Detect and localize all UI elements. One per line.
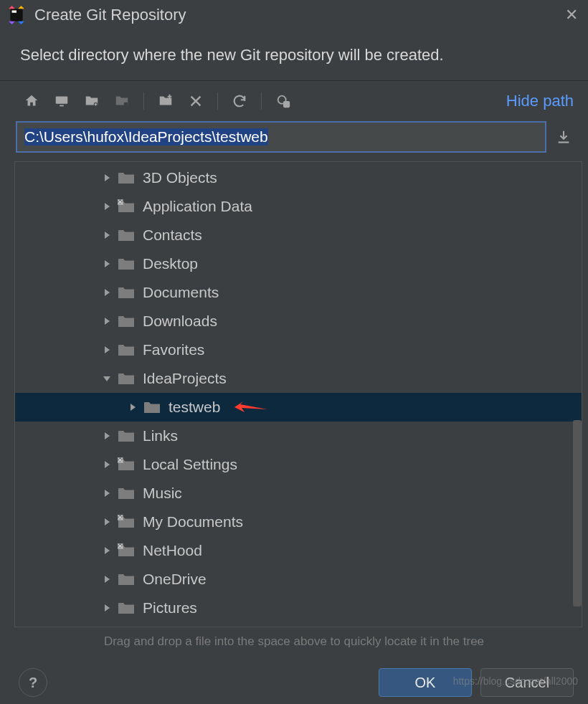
tree-node[interactable]: testweb xyxy=(15,393,582,422)
folder-icon xyxy=(115,457,137,472)
dialog-title: Create Git Repository xyxy=(34,6,565,24)
tree-node[interactable]: Downloads xyxy=(15,307,582,336)
tree-node-label: Pictures xyxy=(143,599,197,617)
folder-icon xyxy=(141,400,163,414)
folder-icon xyxy=(115,543,137,558)
tree-node-label: My Documents xyxy=(143,513,243,531)
svg-rect-1 xyxy=(12,11,17,13)
svg-rect-5 xyxy=(124,103,128,107)
cancel-button[interactable]: Cancel xyxy=(480,668,574,697)
tree-node-label: NetHood xyxy=(143,542,202,559)
tree-node[interactable]: Local Settings xyxy=(15,450,582,479)
path-input[interactable] xyxy=(16,121,546,153)
expand-arrow-icon[interactable] xyxy=(98,260,115,268)
app-icon xyxy=(7,6,26,24)
tree-node-label: OneDrive xyxy=(143,571,207,588)
folder-icon xyxy=(115,171,137,185)
titlebar: Create Git Repository ✕ xyxy=(0,0,588,32)
tree-node-label: Contacts xyxy=(143,227,202,244)
svg-rect-7 xyxy=(284,102,289,107)
folder-icon xyxy=(115,572,137,586)
tree-node[interactable]: Desktop xyxy=(15,249,582,278)
save-path-icon[interactable] xyxy=(554,129,574,145)
tree-node[interactable]: Application Data xyxy=(15,192,582,221)
dialog-subtitle: Select directory where the new Git repos… xyxy=(0,32,588,80)
toolbar-separator xyxy=(217,92,218,110)
footer: ? OK Cancel xyxy=(0,661,588,704)
tree-node[interactable]: NetHood xyxy=(15,536,582,565)
tree-node-label: Application Data xyxy=(143,198,252,215)
tree-node[interactable]: IdeaProjects xyxy=(15,364,582,393)
project-folder-icon[interactable] xyxy=(80,90,103,113)
tree-node-label: Music xyxy=(143,485,182,502)
folder-icon xyxy=(115,515,137,529)
tree-node[interactable]: Contacts xyxy=(15,221,582,249)
folder-icon xyxy=(115,228,137,242)
folder-icon xyxy=(115,601,137,615)
expand-arrow-icon[interactable] xyxy=(98,575,115,584)
folder-icon xyxy=(115,314,137,328)
folder-icon xyxy=(115,371,137,386)
tree-node-label: Downloads xyxy=(143,313,217,330)
folder-icon xyxy=(115,257,137,271)
toolbar-separator xyxy=(143,92,144,110)
tree-node[interactable]: Links xyxy=(15,422,582,450)
expand-arrow-icon[interactable] xyxy=(98,231,115,239)
tree-node[interactable]: Pictures xyxy=(15,594,582,622)
expand-arrow-icon[interactable] xyxy=(98,346,115,354)
tree-node[interactable]: Documents xyxy=(15,278,582,307)
expand-arrow-icon[interactable] xyxy=(98,604,115,612)
expand-arrow-icon[interactable] xyxy=(98,489,115,498)
expand-arrow-icon[interactable] xyxy=(98,518,115,526)
ok-button[interactable]: OK xyxy=(379,668,472,697)
tree-node-label: Links xyxy=(143,427,178,444)
new-folder-icon[interactable] xyxy=(154,90,177,113)
folder-icon xyxy=(115,486,137,500)
tree-node-label: Documents xyxy=(143,284,219,301)
toolbar-separator xyxy=(261,92,262,110)
desktop-icon[interactable] xyxy=(50,90,73,113)
tree-node-label: 3D Objects xyxy=(143,169,217,186)
toolbar: Hide path xyxy=(0,81,588,118)
tree-node-label: Desktop xyxy=(143,255,198,272)
expand-arrow-icon[interactable] xyxy=(98,460,115,469)
tree-node-label: IdeaProjects xyxy=(143,370,227,387)
folder-icon xyxy=(115,199,137,214)
hide-path-link[interactable]: Hide path xyxy=(506,92,574,110)
annotation-arrow-icon xyxy=(234,401,267,413)
expand-arrow-icon[interactable] xyxy=(98,173,115,182)
path-row xyxy=(0,118,588,157)
expand-arrow-icon[interactable] xyxy=(124,403,141,412)
tree-node[interactable]: Favorites xyxy=(15,336,582,364)
folder-icon xyxy=(115,285,137,300)
tree-node-label: testweb xyxy=(169,399,220,416)
svg-rect-3 xyxy=(60,105,64,107)
folder-icon xyxy=(115,429,137,443)
expand-arrow-icon[interactable] xyxy=(98,202,115,211)
expand-arrow-icon[interactable] xyxy=(98,374,115,383)
expand-arrow-icon[interactable] xyxy=(98,432,115,440)
directory-tree[interactable]: 3D ObjectsApplication DataContactsDeskto… xyxy=(14,161,582,627)
tree-node-label: Local Settings xyxy=(143,456,237,473)
dragdrop-hint: Drag and drop a file into the space abov… xyxy=(0,627,588,660)
tree-node[interactable]: 3D Objects xyxy=(15,163,582,192)
show-hidden-icon[interactable] xyxy=(272,90,295,113)
help-button[interactable]: ? xyxy=(19,668,47,697)
tree-node[interactable]: My Documents xyxy=(15,508,582,536)
module-folder-icon[interactable] xyxy=(110,90,133,113)
close-icon[interactable]: ✕ xyxy=(565,6,578,24)
svg-rect-8 xyxy=(559,141,569,143)
tree-node[interactable]: OneDrive xyxy=(15,565,582,594)
tree-node[interactable]: Music xyxy=(15,479,582,508)
scrollbar-thumb[interactable] xyxy=(573,420,582,607)
svg-rect-2 xyxy=(56,97,68,104)
expand-arrow-icon[interactable] xyxy=(98,546,115,555)
refresh-icon[interactable] xyxy=(228,90,251,113)
home-icon[interactable] xyxy=(20,90,43,113)
tree-node-label: Favorites xyxy=(143,341,204,358)
expand-arrow-icon[interactable] xyxy=(98,288,115,297)
folder-icon xyxy=(115,343,137,357)
expand-arrow-icon[interactable] xyxy=(98,317,115,325)
delete-icon[interactable] xyxy=(184,90,207,113)
